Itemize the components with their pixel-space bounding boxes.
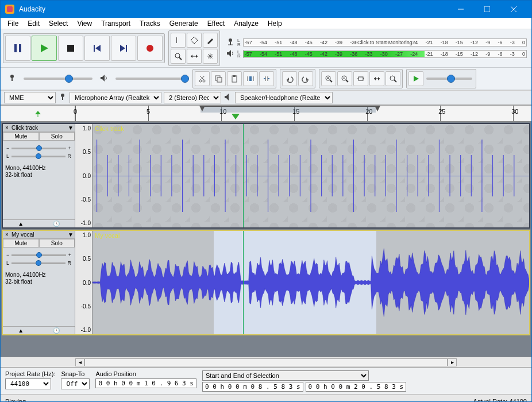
- undo-button[interactable]: [282, 71, 297, 86]
- snap-to-select[interactable]: Off: [61, 378, 90, 389]
- loop-region[interactable]: [201, 106, 376, 113]
- ruler-pin-area[interactable]: [1, 106, 75, 121]
- selection-end-field[interactable]: 0 0 h 0 0 m 2 0 . 5 8 3 s: [306, 382, 407, 392]
- zoom-tool[interactable]: [171, 49, 186, 64]
- vertical-scale[interactable]: 1.0 0.5 0.0 -0.5 -1.0: [75, 231, 92, 334]
- collapse-button[interactable]: ▲: [18, 221, 24, 227]
- timeshift-tool[interactable]: [187, 49, 202, 64]
- minimize-button[interactable]: [448, 1, 474, 18]
- solo-button[interactable]: Solo: [39, 132, 75, 141]
- track-close-button[interactable]: ×: [3, 125, 10, 131]
- track-menu-button[interactable]: ▼: [67, 231, 74, 238]
- scrollbar-track[interactable]: [84, 358, 448, 366]
- track-sync-icon[interactable]: 🕓: [53, 327, 60, 334]
- track-sync-icon[interactable]: 🕓: [53, 221, 60, 227]
- pan-slider[interactable]: [11, 262, 65, 264]
- fit-selection-button[interactable]: [353, 71, 368, 86]
- speaker-icon[interactable]: [226, 49, 235, 59]
- track-control-panel[interactable]: × Click track ▼ Mute Solo −+ LR Mono, 44…: [3, 124, 75, 227]
- mixer-toolbar: [3, 72, 191, 86]
- gain-slider[interactable]: [11, 148, 65, 149]
- ruler-ticks[interactable]: 0 5 10 15 20 25 30: [75, 106, 531, 121]
- mute-button[interactable]: Mute: [3, 132, 39, 141]
- timeline-ruler[interactable]: 0 5 10 15 20 25 30: [1, 106, 531, 122]
- playback-device-select[interactable]: Speaker/Headphone (Realte: [235, 92, 333, 103]
- project-rate-select[interactable]: 44100: [5, 378, 51, 389]
- track-close-button[interactable]: ×: [3, 231, 10, 238]
- close-button[interactable]: [500, 1, 527, 18]
- zoom-out-button[interactable]: [337, 71, 352, 86]
- silence-button[interactable]: [259, 71, 274, 86]
- record-button[interactable]: [137, 36, 163, 61]
- track-control-panel[interactable]: × My vocal ▼ Mute Solo −+ LR Mono, 44100…: [3, 231, 75, 334]
- speaker-device-icon: [223, 92, 233, 103]
- pinned-head-icon[interactable]: [34, 110, 42, 118]
- loop-start-handle[interactable]: [199, 106, 205, 111]
- menu-analyze[interactable]: Analyze: [229, 18, 263, 29]
- play-at-speed-button[interactable]: [408, 71, 423, 86]
- menu-generate[interactable]: Generate: [165, 18, 203, 29]
- selection-mode-select[interactable]: Start and End of Selection: [202, 370, 369, 381]
- svg-point-12: [147, 45, 153, 52]
- cut-button[interactable]: [195, 71, 210, 86]
- playback-volume-slider[interactable]: [115, 78, 184, 80]
- pause-button[interactable]: [5, 36, 30, 61]
- fit-project-button[interactable]: [369, 71, 384, 86]
- waveform-click-track[interactable]: Click track: [92, 124, 529, 227]
- playhead-icon[interactable]: [232, 114, 240, 119]
- loop-end-handle[interactable]: [375, 106, 380, 111]
- zoom-in-button[interactable]: [321, 71, 336, 86]
- selection-tool[interactable]: I: [171, 33, 186, 48]
- svg-marker-57: [378, 77, 380, 80]
- mic-icon[interactable]: [226, 37, 235, 48]
- track-name[interactable]: Click track: [10, 125, 67, 131]
- horizontal-scrollbar[interactable]: ◂ ▸: [1, 357, 531, 368]
- scroll-left-button[interactable]: ◂: [75, 358, 84, 366]
- gain-slider[interactable]: [11, 254, 65, 256]
- envelope-tool[interactable]: [187, 33, 202, 48]
- paste-button[interactable]: [227, 71, 242, 86]
- playback-meter[interactable]: -57-54-51-48-45-42-39-36-33-30-27-24-21-…: [243, 50, 527, 58]
- trim-button[interactable]: [243, 71, 258, 86]
- recording-device-select[interactable]: Microphone Array (Realtek: [70, 92, 161, 103]
- monitor-text[interactable]: Click to Start Monitoring: [356, 40, 414, 45]
- skip-end-button[interactable]: [111, 36, 136, 61]
- playback-speed-slider[interactable]: [426, 78, 472, 80]
- track-menu-button[interactable]: ▼: [67, 125, 74, 131]
- selection-start-field[interactable]: 0 0 h 0 0 m 0 8 . 5 8 3 s: [202, 382, 303, 392]
- pan-slider[interactable]: [11, 156, 65, 157]
- recording-volume-slider[interactable]: [24, 78, 92, 80]
- draw-tool[interactable]: [203, 33, 218, 48]
- menu-effect[interactable]: Effect: [203, 18, 229, 29]
- redo-button[interactable]: [298, 71, 313, 86]
- maximize-button[interactable]: [474, 1, 500, 18]
- menu-tracks[interactable]: Tracks: [135, 18, 165, 29]
- audio-host-select[interactable]: MME: [4, 92, 56, 103]
- mute-button[interactable]: Mute: [3, 239, 39, 248]
- solo-button[interactable]: Solo: [39, 239, 75, 248]
- svg-rect-52: [358, 77, 363, 80]
- menu-edit[interactable]: Edit: [23, 18, 44, 29]
- multi-tool[interactable]: ✳: [203, 49, 218, 64]
- scroll-right-button[interactable]: ▸: [448, 358, 457, 366]
- menu-transport[interactable]: Transport: [97, 18, 135, 29]
- audio-position-field[interactable]: 0 0 h 0 0 m 1 0 . 9 6 3 s: [95, 378, 196, 388]
- recording-meter[interactable]: -57-54-51-48-45-42-39-36-33-30-27-24-21-…: [243, 38, 527, 47]
- menu-view[interactable]: View: [72, 18, 97, 29]
- collapse-button[interactable]: ▲: [18, 327, 24, 334]
- undo-toolbar: [280, 69, 315, 88]
- play-button[interactable]: [32, 36, 57, 61]
- waveform-vocal-track[interactable]: My vocal: [92, 231, 529, 334]
- zoom-toggle-button[interactable]: [385, 71, 400, 86]
- svg-marker-19: [196, 55, 198, 58]
- svg-marker-9: [95, 45, 101, 52]
- recording-channels-select[interactable]: 2 (Stereo) Recor: [164, 92, 221, 103]
- menu-select[interactable]: Select: [44, 18, 72, 29]
- copy-button[interactable]: [211, 71, 226, 86]
- track-name[interactable]: My vocal: [10, 231, 67, 238]
- vertical-scale[interactable]: 1.0 0.5 0.0 -0.5 -1.0: [75, 124, 92, 227]
- skip-start-button[interactable]: [84, 36, 110, 61]
- menu-file[interactable]: File: [3, 18, 23, 29]
- stop-button[interactable]: [58, 36, 83, 61]
- menu-help[interactable]: Help: [263, 18, 287, 29]
